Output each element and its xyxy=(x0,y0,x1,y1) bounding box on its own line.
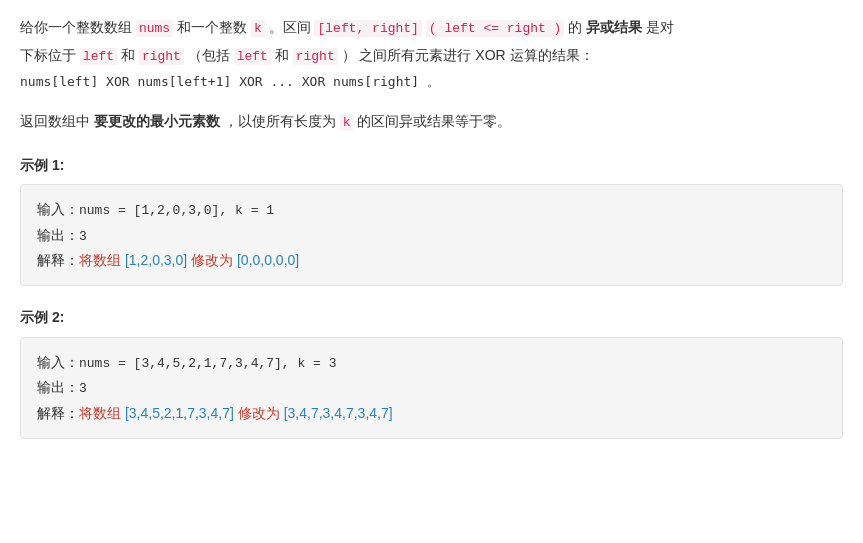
return-bold: 要更改的最小元素数 xyxy=(94,113,220,129)
return-code-k: k xyxy=(340,114,354,131)
example2-explain-prefix: 将数组 xyxy=(79,405,125,421)
desc-code-right: right xyxy=(139,48,184,65)
example1-input-row: 输入：nums = [1,2,0,3,0], k = 1 xyxy=(37,197,826,222)
desc-text-5: 是对 xyxy=(642,19,674,35)
example1-explain-prefix: 将数组 xyxy=(79,252,125,268)
return-before: 返回数组中 xyxy=(20,113,94,129)
desc-bold-xor: 异或结果 xyxy=(586,19,642,35)
example2-output-value: 3 xyxy=(79,381,87,396)
desc-line-2: 下标位于 left 和 right （包括 left 和 right ） 之间所… xyxy=(20,44,843,68)
example1-input-value: nums = [1,2,0,3,0], k = 1 xyxy=(79,203,274,218)
desc-text-10: ） 之间所有元素进行 XOR 运算的结果： xyxy=(338,47,594,63)
example2-explain-row: 解释：将数组 [3,4,5,2,1,7,3,4,7] 修改为 [3,4,7,3,… xyxy=(37,401,826,426)
example1-explain-label: 解释： xyxy=(37,252,79,268)
desc-code-left2: left xyxy=(234,48,271,65)
example2-title: 示例 2: xyxy=(20,306,843,328)
formula-code: nums[left] XOR nums[left+1] XOR ... XOR … xyxy=(20,74,419,89)
example2-output-row: 输出：3 xyxy=(37,375,826,400)
desc-text-7: 和 xyxy=(117,47,139,63)
desc-text-3: 。区间 xyxy=(265,19,315,35)
example2-input-value: nums = [3,4,5,2,1,7,3,4,7], k = 3 xyxy=(79,356,336,371)
desc-code-right2: right xyxy=(293,48,338,65)
example2-section: 示例 2: 输入：nums = [3,4,5,2,1,7,3,4,7], k =… xyxy=(20,306,843,438)
example1-output-value: 3 xyxy=(79,229,87,244)
desc-code-left-right: [left, right] xyxy=(314,20,421,37)
return-line: 返回数组中 要更改的最小元素数 ，以使所有长度为 k 的区间异或结果等于零。 xyxy=(20,110,843,134)
example2-explain-mid: 修改为 xyxy=(234,405,284,421)
example1-input-label: 输入： xyxy=(37,201,79,217)
return-end: 的区间异或结果等于零。 xyxy=(353,113,511,129)
example2-array2: [3,4,7,3,4,7,3,4,7] xyxy=(284,405,393,421)
return-after: ，以使所有长度为 xyxy=(220,113,340,129)
example2-box: 输入：nums = [3,4,5,2,1,7,3,4,7], k = 3 输出：… xyxy=(20,337,843,439)
example1-title: 示例 1: xyxy=(20,154,843,176)
desc-code-k: k xyxy=(251,20,265,37)
desc-text-6: 下标位于 xyxy=(20,47,80,63)
example1-array2: [0,0,0,0,0] xyxy=(237,252,299,268)
example2-array1: [3,4,5,2,1,7,3,4,7] xyxy=(125,405,234,421)
example2-explain-label: 解释： xyxy=(37,405,79,421)
desc-text-8: （包括 xyxy=(184,47,234,63)
example1-explain-mid: 修改为 xyxy=(187,252,237,268)
example1-output-label: 输出： xyxy=(37,227,79,243)
desc-text-1: 给你一个整数数组 xyxy=(20,19,136,35)
example1-array1: [1,2,0,3,0] xyxy=(125,252,187,268)
example2-input-label: 输入： xyxy=(37,354,79,370)
description-block: 给你一个整数数组 nums 和一个整数 k 。区间 [left, right] … xyxy=(20,16,843,94)
desc-text-2: 和一个整数 xyxy=(173,19,251,35)
example1-box: 输入：nums = [1,2,0,3,0], k = 1 输出：3 解释：将数组… xyxy=(20,184,843,286)
desc-line-1: 给你一个整数数组 nums 和一个整数 k 。区间 [left, right] … xyxy=(20,16,843,40)
example1-section: 示例 1: 输入：nums = [1,2,0,3,0], k = 1 输出：3 … xyxy=(20,154,843,286)
example1-output-row: 输出：3 xyxy=(37,223,826,248)
formula-end: 。 xyxy=(419,75,440,90)
desc-text-4: 的 xyxy=(564,19,586,35)
desc-text-9: 和 xyxy=(271,47,293,63)
desc-code-left: left xyxy=(80,48,117,65)
desc-code-condition: ( left <= right ) xyxy=(426,20,565,37)
example2-input-row: 输入：nums = [3,4,5,2,1,7,3,4,7], k = 3 xyxy=(37,350,826,375)
desc-code-formula: nums[left] XOR nums[left+1] XOR ... XOR … xyxy=(20,72,843,94)
desc-code-nums: nums xyxy=(136,20,173,37)
example2-output-label: 输出： xyxy=(37,379,79,395)
example1-explain-row: 解释：将数组 [1,2,0,3,0] 修改为 [0,0,0,0,0] xyxy=(37,248,826,273)
